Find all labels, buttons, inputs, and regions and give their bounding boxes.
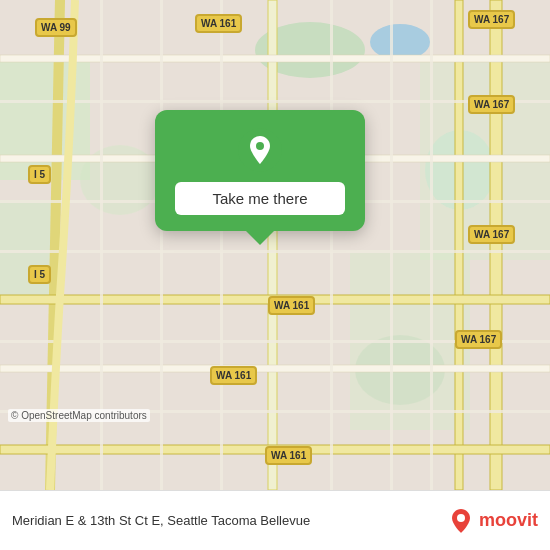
moovit-logo: moovit <box>447 507 538 535</box>
take-me-there-button[interactable]: Take me there <box>175 182 345 215</box>
bottom-bar: Meridian E & 13th St Ct E, Seattle Tacom… <box>0 490 550 550</box>
svg-point-9 <box>370 24 430 60</box>
svg-rect-12 <box>268 0 277 490</box>
location-pin-icon <box>238 128 282 172</box>
svg-rect-26 <box>330 0 333 490</box>
svg-rect-13 <box>0 55 550 62</box>
route-badge-wa161-top: WA 161 <box>195 14 242 33</box>
copyright-text: © OpenStreetMap contributors <box>8 409 150 422</box>
svg-rect-11 <box>455 0 463 490</box>
moovit-pin-icon <box>447 507 475 535</box>
moovit-brand-text: moovit <box>479 510 538 531</box>
svg-rect-28 <box>430 0 433 490</box>
svg-rect-20 <box>0 250 550 253</box>
route-badge-wa161-mid2: WA 161 <box>210 366 257 385</box>
svg-rect-25 <box>220 0 223 490</box>
route-badge-wa99: WA 99 <box>35 18 77 37</box>
route-badge-i5-2: I 5 <box>28 265 51 284</box>
svg-point-31 <box>457 514 465 522</box>
svg-rect-27 <box>390 0 393 490</box>
popup-card: Take me there <box>155 110 365 231</box>
route-badge-wa167-r2: WA 167 <box>468 225 515 244</box>
svg-rect-24 <box>160 0 163 490</box>
svg-point-30 <box>256 142 264 150</box>
route-badge-wa167-r1: WA 167 <box>468 95 515 114</box>
route-badge-wa167-r3: WA 167 <box>455 330 502 349</box>
route-badge-wa161-bot: WA 161 <box>265 446 312 465</box>
route-badge-wa161-mid: WA 161 <box>268 296 315 315</box>
route-badge-wa167-top: WA 167 <box>468 10 515 29</box>
route-badge-i5-1: I 5 <box>28 165 51 184</box>
svg-rect-16 <box>0 365 550 372</box>
address-text: Meridian E & 13th St Ct E, Seattle Tacom… <box>12 513 447 528</box>
svg-rect-10 <box>490 0 502 490</box>
map-container: WA 99 WA 161 WA 167 WA 167 WA 167 WA 167… <box>0 0 550 490</box>
